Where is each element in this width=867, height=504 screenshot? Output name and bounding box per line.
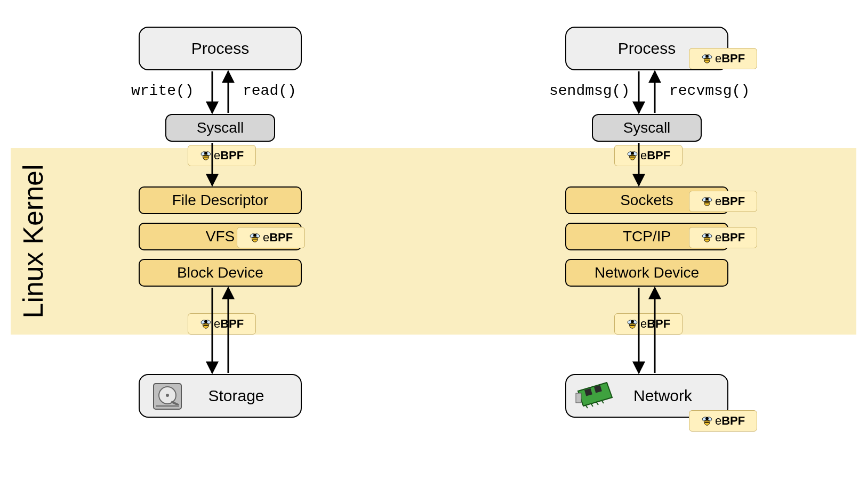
- bee-icon: [249, 232, 261, 243]
- bee-icon: [627, 318, 638, 330]
- ebpf-badge-right-network: eBPF: [689, 410, 757, 432]
- ebpf-badge-left-vfs: eBPF: [237, 227, 305, 248]
- left-layer-2: Block Device: [139, 259, 302, 287]
- nic-icon: [575, 380, 615, 411]
- ebpf-badge-right-syscall: eBPF: [614, 145, 683, 166]
- svg-point-48: [705, 197, 709, 200]
- ebpf-badge-left-storage: eBPF: [188, 313, 256, 335]
- left-process-label: Process: [191, 39, 249, 58]
- ebpf-badge-right-sockets: eBPF: [689, 191, 757, 212]
- left-call-down: write(): [131, 83, 194, 99]
- left-call-up: read(): [243, 83, 296, 99]
- right-process-label: Process: [618, 39, 676, 58]
- ebpf-badge-right-process: eBPF: [689, 48, 757, 69]
- diagram-stage: Linux Kernel Process write() read() Sysc…: [0, 0, 867, 504]
- ebpf-text: eBPF: [640, 317, 670, 331]
- ebpf-text: eBPF: [263, 231, 293, 245]
- right-layer-2: Network Device: [565, 259, 728, 287]
- ebpf-badge-right-tcpip: eBPF: [689, 227, 757, 248]
- left-bottom-label: Storage: [208, 387, 264, 405]
- right-call-down: sendmsg(): [549, 83, 630, 99]
- right-layer-1-label: TCP/IP: [623, 228, 671, 245]
- ebpf-text: eBPF: [715, 194, 745, 208]
- svg-point-42: [631, 151, 634, 155]
- right-syscall-label: Syscall: [623, 119, 671, 136]
- bee-icon: [701, 415, 713, 427]
- disk-icon: [150, 379, 184, 413]
- ebpf-text: eBPF: [715, 231, 745, 245]
- bee-icon: [200, 318, 212, 330]
- svg-point-22: [204, 320, 207, 323]
- kernel-label-text: Linux Kernel: [17, 164, 49, 318]
- svg-point-36: [705, 54, 709, 58]
- ebpf-text: eBPF: [715, 52, 745, 66]
- bee-icon: [627, 150, 638, 161]
- left-syscall-box: Syscall: [165, 114, 275, 142]
- ebpf-badge-right-netdev: eBPF: [614, 313, 683, 335]
- svg-point-2: [166, 394, 169, 397]
- ebpf-text: eBPF: [214, 317, 244, 331]
- svg-point-54: [705, 233, 709, 237]
- svg-point-66: [705, 417, 709, 420]
- svg-point-60: [631, 320, 634, 323]
- svg-point-10: [204, 151, 207, 155]
- right-syscall-box: Syscall: [592, 114, 702, 142]
- ebpf-text: eBPF: [214, 149, 244, 162]
- svg-marker-23: [578, 383, 612, 406]
- svg-point-16: [253, 233, 256, 237]
- ebpf-text: eBPF: [715, 414, 745, 428]
- svg-rect-4: [156, 405, 179, 407]
- right-bottom-label: Network: [633, 387, 692, 405]
- left-layer-2-label: Block Device: [177, 264, 263, 281]
- left-layer-0: File Descriptor: [139, 186, 302, 214]
- kernel-label: Linux Kernel: [17, 148, 49, 335]
- bee-icon: [701, 53, 713, 64]
- svg-rect-26: [576, 393, 581, 403]
- left-layer-1-label: VFS: [206, 228, 235, 245]
- bee-icon: [701, 196, 713, 207]
- right-call-up: recvmsg(): [669, 83, 750, 99]
- right-layer-2-label: Network Device: [595, 264, 699, 281]
- ebpf-badge-left-syscall: eBPF: [188, 145, 256, 166]
- ebpf-text: eBPF: [640, 149, 670, 162]
- right-layer-0-label: Sockets: [620, 192, 673, 209]
- left-process-box: Process: [139, 27, 302, 70]
- bee-icon: [701, 232, 713, 243]
- left-layer-0-label: File Descriptor: [172, 192, 268, 209]
- bee-icon: [200, 150, 212, 161]
- left-syscall-label: Syscall: [197, 119, 244, 136]
